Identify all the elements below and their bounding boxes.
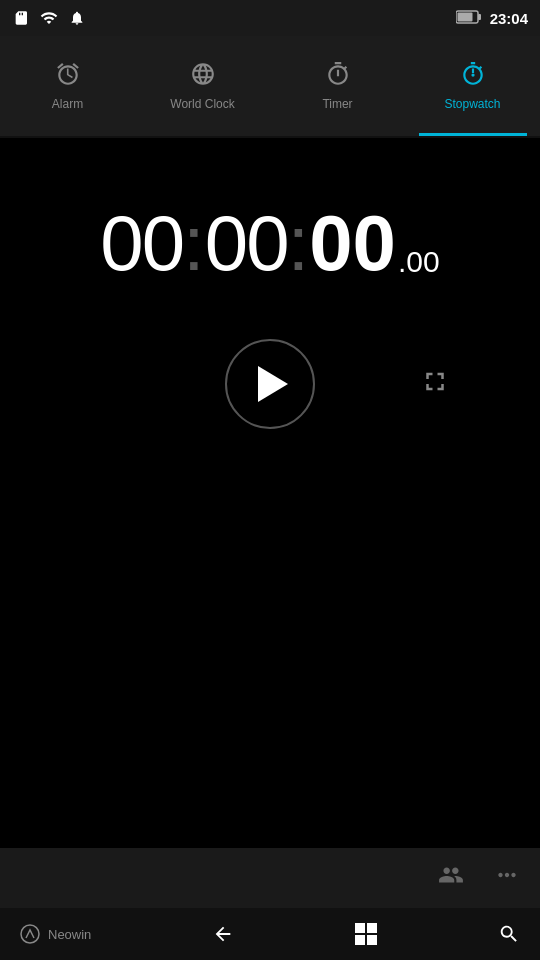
- tab-world-clock-label: World Clock: [170, 97, 234, 111]
- svg-rect-2: [457, 12, 472, 21]
- nav-bar: Neowin: [0, 908, 540, 960]
- wifi-icon: [40, 9, 58, 27]
- back-icon: [212, 923, 234, 945]
- tab-timer-label: Timer: [322, 97, 352, 111]
- svg-point-3: [471, 73, 474, 76]
- world-clock-icon: [190, 61, 216, 91]
- battery-icon: [456, 9, 482, 28]
- stopwatch-millis: .00: [398, 245, 440, 279]
- search-icon: [498, 923, 520, 945]
- stopwatch-hours: 00: [100, 198, 183, 289]
- stopwatch-seconds: 00: [309, 198, 396, 289]
- stopwatch-icon: [460, 61, 486, 91]
- stopwatch-content: 00 : 00 : 00 .00: [0, 138, 540, 429]
- tab-stopwatch[interactable]: Stopwatch: [405, 36, 540, 136]
- more-options-icon[interactable]: [494, 862, 520, 894]
- nav-search[interactable]: [498, 923, 520, 945]
- nav-brand: Neowin: [20, 924, 91, 944]
- tab-alarm-label: Alarm: [52, 97, 83, 111]
- tab-world-clock[interactable]: World Clock: [135, 36, 270, 136]
- status-time: 23:04: [490, 10, 528, 27]
- sd-card-icon: [12, 9, 30, 27]
- tab-bar: Alarm World Clock Timer Stopwatch: [0, 36, 540, 136]
- play-icon: [258, 366, 288, 402]
- alarm-icon: [55, 61, 81, 91]
- stopwatch-minutes: 00: [205, 198, 288, 289]
- windows-logo: [355, 923, 377, 945]
- people-icon[interactable]: [438, 862, 464, 894]
- svg-rect-1: [478, 14, 481, 20]
- play-button[interactable]: [225, 339, 315, 429]
- separator-2: :: [288, 198, 310, 289]
- status-bar: 23:04: [0, 0, 540, 36]
- separator-1: :: [183, 198, 205, 289]
- notification-icon: [68, 9, 86, 27]
- tab-alarm[interactable]: Alarm: [0, 36, 135, 136]
- expand-icon: [420, 367, 450, 402]
- neowin-logo: [20, 924, 40, 944]
- tab-stopwatch-label: Stopwatch: [444, 97, 500, 111]
- stopwatch-controls: [0, 339, 540, 429]
- nav-brand-label: Neowin: [48, 927, 91, 942]
- svg-point-4: [21, 925, 39, 943]
- nav-windows[interactable]: [355, 923, 377, 945]
- status-right: 23:04: [456, 9, 528, 28]
- timer-icon: [325, 61, 351, 91]
- status-icons-left: [12, 9, 86, 27]
- stopwatch-display: 00 : 00 : 00 .00: [100, 198, 439, 289]
- expand-button[interactable]: [420, 367, 450, 402]
- bottom-action-bar: [0, 848, 540, 908]
- tab-timer[interactable]: Timer: [270, 36, 405, 136]
- nav-back[interactable]: [212, 923, 234, 945]
